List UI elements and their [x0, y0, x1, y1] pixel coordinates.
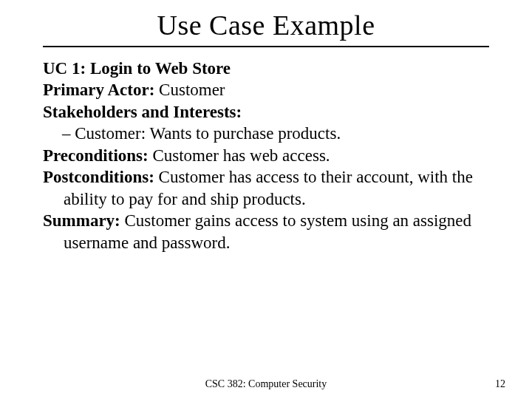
stakeholders-line: Stakeholders and Interests:: [43, 101, 489, 123]
preconditions-line: Preconditions: Customer has web access.: [43, 145, 489, 166]
summary-line: Summary: Customer gains access to system…: [43, 210, 489, 253]
footer-page-number: 12: [495, 378, 505, 390]
slide: Use Case Example UC 1: Login to Web Stor…: [0, 0, 532, 399]
preconditions-label: Preconditions:: [43, 146, 149, 165]
stakeholder-item: – Customer: Wants to purchase products.: [43, 123, 489, 144]
postconditions-label: Postconditions:: [43, 168, 154, 186]
primary-actor-label: Primary Actor:: [43, 81, 154, 99]
primary-actor-value: Customer: [154, 81, 225, 99]
slide-title: Use Case Example: [43, 9, 489, 41]
stakeholders-label: Stakeholders and Interests:: [43, 103, 242, 121]
postconditions-line: Postconditions: Customer has access to t…: [43, 166, 489, 210]
summary-value: Customer gains access to system using an…: [64, 211, 471, 251]
content-body: UC 1: Login to Web Store Primary Actor: …: [43, 58, 489, 253]
uc-id-text: UC 1: Login to Web Store: [43, 59, 231, 78]
title-divider: [43, 46, 489, 47]
uc-id-line: UC 1: Login to Web Store: [43, 58, 489, 79]
preconditions-value: Customer has web access.: [149, 146, 330, 165]
primary-actor-line: Primary Actor: Customer: [43, 79, 489, 100]
footer-course: CSC 382: Computer Security: [205, 378, 327, 390]
summary-label: Summary:: [43, 211, 120, 230]
